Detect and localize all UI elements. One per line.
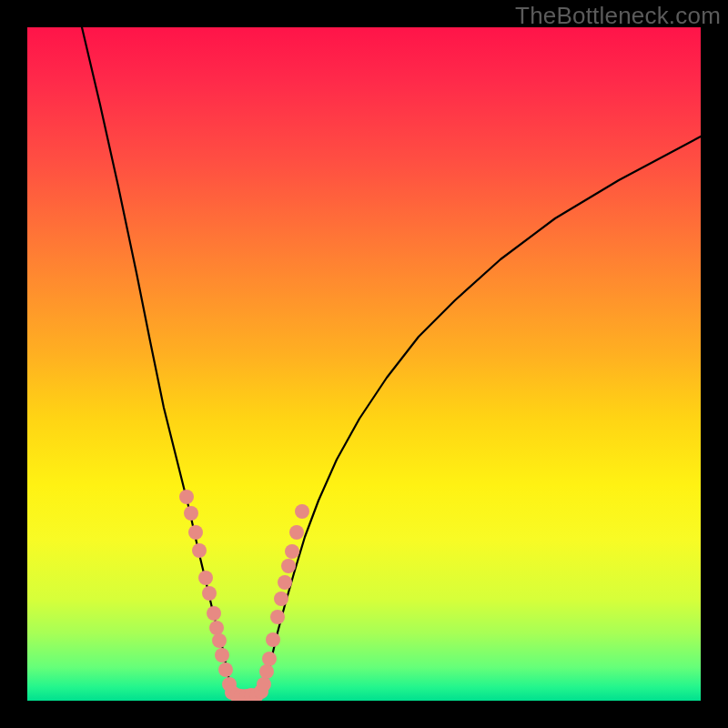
chart-container: TheBottleneck.com xyxy=(0,0,728,728)
data-dot xyxy=(274,592,288,606)
data-dot xyxy=(270,610,285,624)
curve-svg xyxy=(27,27,701,701)
data-dot xyxy=(192,543,207,558)
right-curve xyxy=(262,136,701,694)
data-dot xyxy=(209,621,224,635)
watermark-text: TheBottleneck.com xyxy=(515,2,721,30)
data-dot xyxy=(212,633,227,648)
data-dot xyxy=(198,571,213,585)
data-dot xyxy=(202,586,217,601)
data-dot xyxy=(278,575,292,590)
data-dot xyxy=(289,525,304,540)
data-dot xyxy=(281,559,296,573)
data-dot xyxy=(259,664,274,679)
data-dot xyxy=(188,525,203,540)
data-dot xyxy=(295,504,309,519)
data-dots xyxy=(179,490,309,701)
data-dot xyxy=(207,606,221,621)
data-dot xyxy=(285,544,299,559)
data-dot xyxy=(266,632,280,647)
data-dot xyxy=(184,506,198,521)
data-dot xyxy=(215,648,229,662)
data-dot xyxy=(218,662,233,677)
data-dot xyxy=(262,652,277,666)
plot-area xyxy=(27,27,701,701)
data-dot xyxy=(257,677,271,692)
data-dot xyxy=(179,490,194,504)
